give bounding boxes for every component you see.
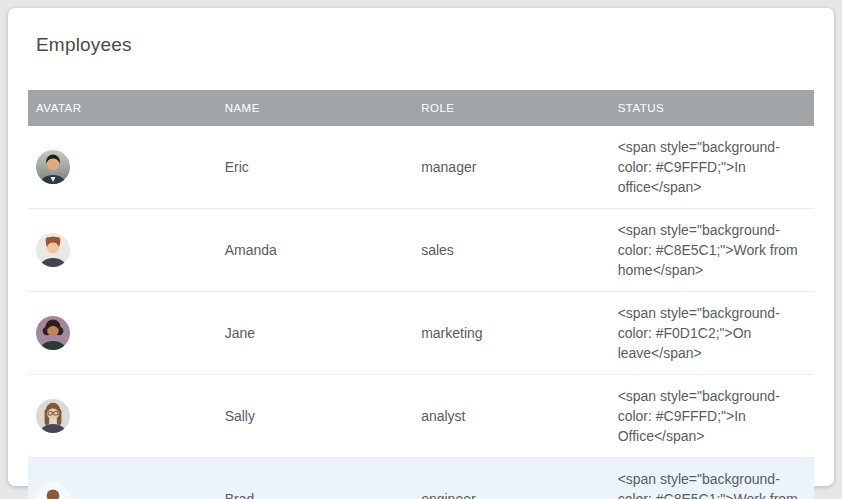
avatar-cell: [28, 458, 217, 499]
column-header-status: STATUS: [610, 90, 814, 126]
avatar-cell: [28, 375, 217, 458]
employees-card: Employees AVATAR NAME ROLE STATUS: [8, 8, 834, 486]
status-cell: <span style="background-color: #C9FFFD;"…: [610, 375, 814, 458]
role-cell: sales: [413, 209, 610, 292]
status-cell: <span style="background-color: #C8E5C1;"…: [610, 458, 814, 499]
avatar-photo-sally: [36, 399, 70, 433]
column-header-role: ROLE: [413, 90, 610, 126]
table-header-row: AVATAR NAME ROLE STATUS: [28, 90, 814, 126]
avatar-cell: [28, 292, 217, 375]
table-row-jane[interactable]: Jane marketing <span style="background-c…: [28, 292, 814, 375]
table-row-amanda[interactable]: Amanda sales <span style="background-col…: [28, 209, 814, 292]
avatar-photo-amanda: [36, 233, 70, 267]
name-cell: Sally: [217, 375, 414, 458]
name-cell: Brad: [217, 458, 414, 499]
column-header-name: NAME: [217, 90, 414, 126]
page-title: Employees: [8, 8, 834, 56]
role-cell: marketing: [413, 292, 610, 375]
avatar-cell: [28, 209, 217, 292]
table-row-eric[interactable]: Eric manager <span style="background-col…: [28, 126, 814, 209]
status-cell: <span style="background-color: #C8E5C1;"…: [610, 209, 814, 292]
avatar-photo-jane: [36, 316, 70, 350]
name-cell: Eric: [217, 126, 414, 209]
name-cell: Amanda: [217, 209, 414, 292]
avatar-cell: [28, 126, 217, 209]
table-row-sally[interactable]: Sally analyst <span style="background-co…: [28, 375, 814, 458]
avatar-photo-eric: [36, 150, 70, 184]
table-row-brad[interactable]: Brad engineer <span style="background-co…: [28, 458, 814, 499]
role-cell: manager: [413, 126, 610, 209]
column-header-avatar: AVATAR: [28, 90, 217, 126]
role-cell: engineer: [413, 458, 610, 499]
status-cell: <span style="background-color: #F0D1C2;"…: [610, 292, 814, 375]
role-cell: analyst: [413, 375, 610, 458]
avatar-photo-brad: [36, 482, 70, 499]
name-cell: Jane: [217, 292, 414, 375]
status-cell: <span style="background-color: #C9FFFD;"…: [610, 126, 814, 209]
employees-table: AVATAR NAME ROLE STATUS: [28, 90, 814, 499]
